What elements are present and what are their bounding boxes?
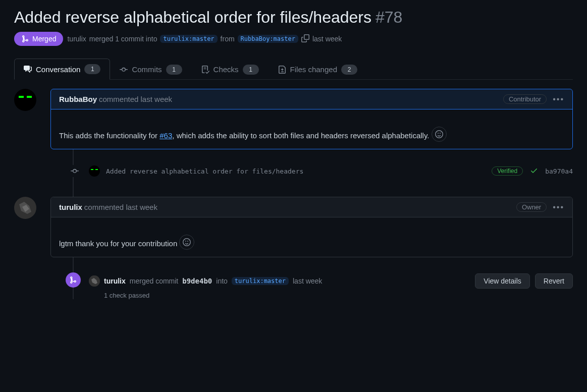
tab-files[interactable]: Files changed 2 [269,59,367,80]
comment-author[interactable]: turulix [59,203,82,211]
merge-icon [21,35,29,43]
revert-button[interactable]: Revert [535,273,573,289]
meta-actor[interactable]: turulix [67,35,86,43]
merge-text-1: merged commit [130,277,178,285]
merge-time[interactable]: last week [293,277,322,285]
pr-meta-row: Merged turulix merged 1 commit into turu… [14,32,573,46]
commit-avatar[interactable] [89,165,100,177]
meta-time[interactable]: last week [312,35,342,43]
state-badge: Merged [14,32,63,46]
commit-icon [120,66,128,74]
tabs: Conversation 1 Commits 1 Checks 1 Files … [14,58,573,80]
tab-files-count: 2 [341,65,357,75]
commit-sha[interactable]: ba970a4 [545,167,573,175]
tab-commits-label: Commits [132,65,162,74]
smiley-icon [183,238,191,246]
tab-conversation-count: 1 [84,64,100,74]
merge-commit-sha[interactable]: b9de4b0 [182,277,212,285]
pr-title-row: Added reverse alphabetical order for fil… [14,8,573,27]
role-badge: Owner [516,202,547,212]
merge-event: turulix merged commit b9de4b0 into turul… [50,273,573,299]
merge-avatar[interactable] [89,275,100,287]
comment-body: lgtm thank you for your contribution [51,217,572,257]
tab-files-label: Files changed [290,65,337,74]
meta-text-2: from [221,35,235,43]
kebab-icon[interactable]: ••• [553,203,564,212]
base-branch[interactable]: turulix:master [160,35,217,43]
tab-checks-count: 1 [243,65,259,75]
checklist-icon [201,66,209,74]
tab-checks-label: Checks [214,65,239,74]
comment-rubbaboy: RubbaBoy commented last week Contributor… [50,89,573,149]
merge-user[interactable]: turulix [104,277,126,285]
pr-number: #78 [376,8,402,27]
file-diff-icon [278,66,286,74]
tab-checks[interactable]: Checks 1 [192,59,269,80]
state-label: Merged [32,35,56,43]
tab-commits[interactable]: Commits 1 [110,59,191,80]
tab-conversation-label: Conversation [36,65,80,74]
timeline: RubbaBoy commented last week Contributor… [14,89,573,299]
verified-badge[interactable]: Verified [492,166,523,176]
commit-dot-icon [69,165,81,177]
merge-main-row: turulix merged commit b9de4b0 into turul… [89,273,573,289]
merge-branch[interactable]: turulix:master [232,277,289,285]
issue-link[interactable]: #63 [159,131,172,140]
avatar-rubbaboy[interactable] [14,89,36,111]
merge-meta: turulix merged 1 commit into turulix:mas… [67,34,342,44]
comment-time[interactable]: commented last week [84,203,157,211]
head-branch[interactable]: RubbaBoy:master [238,35,298,43]
comment-header: turulix commented last week Owner ••• [51,197,572,217]
comment-turulix: turulix commented last week Owner ••• lg… [50,197,573,257]
smiley-icon [435,130,443,138]
copy-icon[interactable] [301,34,309,44]
body-pre: This adds the functionality for [59,131,159,140]
tab-conversation[interactable]: Conversation 1 [14,59,110,80]
comment-box: turulix commented last week Owner ••• lg… [50,197,573,257]
tab-commits-count: 1 [166,65,182,75]
role-badge: Contributor [503,94,547,104]
check-icon[interactable] [530,166,538,176]
pr-title: Added reverse alphabetical order for fil… [14,8,371,27]
commit-message[interactable]: Added reverse alphabetical order for fil… [106,167,303,175]
body-text: lgtm thank you for your contribution [59,239,177,248]
kebab-icon[interactable]: ••• [553,95,564,104]
comment-box: RubbaBoy commented last week Contributor… [50,89,573,149]
merge-event-icon [66,272,81,288]
meta-text-1: merged 1 commit into [89,35,157,43]
emoji-button[interactable] [432,127,447,142]
commit-row: Added reverse alphabetical order for fil… [50,165,573,177]
comment-discussion-icon [24,65,32,73]
merge-text-2: into [216,277,228,285]
comment-author[interactable]: RubbaBoy [59,95,97,103]
body-post: , which adds the ability to sort both fi… [172,131,429,140]
comment-body: This adds the functionality for #63, whi… [51,109,572,149]
check-passed[interactable]: 1 check passed [104,292,573,299]
avatar-turulix[interactable] [14,197,36,219]
view-details-button[interactable]: View details [475,273,529,289]
emoji-button[interactable] [179,235,194,250]
comment-header: RubbaBoy commented last week Contributor… [51,89,572,109]
comment-time[interactable]: commented last week [99,95,172,103]
